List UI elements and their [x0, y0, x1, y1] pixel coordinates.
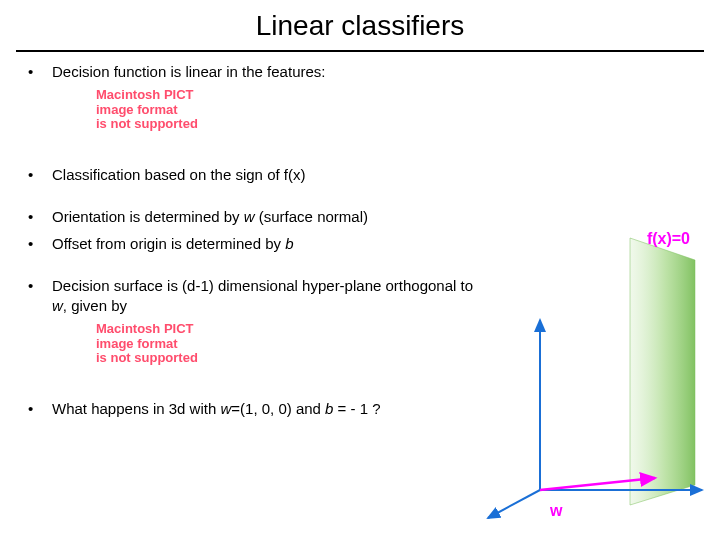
bullet-4-pre: Offset from origin is determined by: [52, 235, 285, 252]
pict-line-2: image format: [96, 103, 694, 117]
title-underline: [16, 50, 704, 52]
pict-line-1: Macintosh PICT: [96, 88, 694, 102]
bullet-3-pre: Orientation is determined by: [52, 208, 244, 225]
plane-shape: [630, 238, 695, 505]
diagram-svg: [480, 230, 710, 520]
slide: Linear classifiers • Decision function i…: [0, 0, 720, 540]
bullet-2: • Classification based on the sign of f(…: [26, 165, 694, 185]
bullet-5-post: , given by: [63, 297, 127, 314]
slide-title: Linear classifiers: [0, 0, 720, 50]
bullet-dot-icon: •: [26, 234, 52, 254]
w-vector-label: w: [550, 502, 562, 520]
bullet-3-var-w: w: [244, 208, 255, 225]
axis-y: [488, 490, 540, 518]
bullet-1-text: Decision function is linear in the featu…: [52, 62, 694, 82]
bullet-2-text: Classification based on the sign of f(x): [52, 165, 694, 185]
bullet-3-text: Orientation is determined by w (surface …: [52, 207, 694, 227]
bullet-6-post: = - 1 ?: [333, 400, 380, 417]
fx-zero-label: f(x)=0: [647, 230, 690, 248]
bullet-6-pre: What happens in 3d with: [52, 400, 220, 417]
pict-line-3: is not supported: [96, 117, 694, 131]
bullet-4-var-b: b: [285, 235, 293, 252]
bullet-6-var-w: w: [220, 400, 231, 417]
bullet-dot-icon: •: [26, 276, 52, 296]
bullet-3: • Orientation is determined by w (surfac…: [26, 207, 694, 227]
pict-error-placeholder-1: Macintosh PICT image format is not suppo…: [96, 88, 694, 131]
bullet-1: • Decision function is linear in the fea…: [26, 62, 694, 82]
bullet-3-post: (surface normal): [255, 208, 368, 225]
bullet-dot-icon: •: [26, 207, 52, 227]
bullet-5-var-w: w: [52, 297, 63, 314]
hyperplane-diagram: f(x)=0 w: [480, 230, 710, 520]
bullet-6-mid: =(1, 0, 0) and: [231, 400, 325, 417]
bullet-dot-icon: •: [26, 62, 52, 82]
bullet-5-pre: Decision surface is (d-1) dimensional hy…: [52, 277, 473, 294]
bullet-dot-icon: •: [26, 399, 52, 419]
bullet-dot-icon: •: [26, 165, 52, 185]
